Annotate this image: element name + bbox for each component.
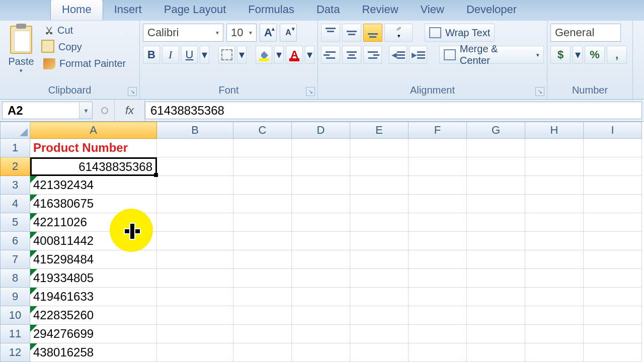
underline-button[interactable]: U <box>181 46 198 64</box>
cell[interactable] <box>233 250 292 269</box>
cell[interactable] <box>292 213 350 232</box>
cell[interactable] <box>233 343 292 362</box>
cell[interactable] <box>467 213 525 232</box>
cell[interactable] <box>157 157 233 176</box>
cell[interactable] <box>467 157 525 176</box>
cell[interactable] <box>525 176 584 195</box>
fill-color-button[interactable] <box>256 46 273 64</box>
comma-button[interactable]: , <box>607 46 627 64</box>
cell[interactable] <box>584 139 642 157</box>
formula-input[interactable]: 61438835368 <box>145 102 642 119</box>
col-header-a[interactable]: A <box>30 122 157 139</box>
cell[interactable] <box>409 269 467 288</box>
cell[interactable] <box>525 157 584 176</box>
cell[interactable] <box>409 306 467 325</box>
cell[interactable] <box>157 232 233 250</box>
row-header[interactable]: 7 <box>0 250 30 269</box>
cell[interactable] <box>157 213 233 232</box>
cut-button[interactable]: Cut <box>41 24 128 37</box>
cell[interactable] <box>409 343 467 362</box>
cell[interactable] <box>350 232 409 250</box>
cell[interactable]: Product Number <box>30 139 157 157</box>
cell[interactable] <box>157 306 233 325</box>
cell[interactable]: 422835260 <box>30 306 157 325</box>
cell[interactable]: 419334805 <box>30 269 157 288</box>
tab-page-layout[interactable]: Page Layout <box>153 0 237 20</box>
paste-button[interactable]: Paste ▾ <box>3 24 39 76</box>
cell[interactable] <box>350 139 409 157</box>
cell[interactable] <box>467 269 525 288</box>
cell[interactable] <box>525 213 584 232</box>
cell[interactable] <box>584 343 642 362</box>
font-size-select[interactable]: 10 ▾ <box>226 24 257 42</box>
cell[interactable] <box>157 195 233 213</box>
chevron-down-icon[interactable]: ▾ <box>20 67 23 74</box>
cell[interactable]: 421392434 <box>30 176 157 195</box>
cell[interactable]: 61438835368 <box>30 157 157 176</box>
col-header-h[interactable]: H <box>525 122 584 139</box>
select-all-corner[interactable] <box>0 122 30 139</box>
number-format-select[interactable]: General <box>550 24 621 42</box>
row-header[interactable]: 10 <box>0 306 30 325</box>
cell[interactable] <box>467 288 525 306</box>
cell[interactable] <box>584 325 642 343</box>
col-header-f[interactable]: F <box>409 122 467 139</box>
row-header[interactable]: 5 <box>0 213 30 232</box>
chevron-down-icon[interactable]: ▾ <box>305 46 314 64</box>
cell[interactable] <box>467 250 525 269</box>
cell[interactable] <box>350 157 409 176</box>
cell[interactable] <box>409 195 467 213</box>
cell[interactable] <box>350 343 409 362</box>
cell[interactable]: 294276699 <box>30 325 157 343</box>
align-right-button[interactable] <box>363 46 382 64</box>
cell[interactable] <box>584 288 642 306</box>
cell[interactable] <box>233 157 292 176</box>
cell[interactable] <box>467 139 525 157</box>
align-bottom-button[interactable] <box>363 24 382 42</box>
cell[interactable] <box>233 288 292 306</box>
tab-insert[interactable]: Insert <box>103 0 153 20</box>
row-header[interactable]: 9 <box>0 288 30 306</box>
cell[interactable] <box>292 269 350 288</box>
cell[interactable] <box>409 213 467 232</box>
col-header-g[interactable]: G <box>467 122 525 139</box>
name-box[interactable]: A2 ▾ <box>2 102 93 119</box>
chevron-down-icon[interactable]: ▾ <box>573 46 583 64</box>
grow-font-button[interactable]: A▴ <box>260 24 277 42</box>
cell[interactable] <box>467 325 525 343</box>
cell[interactable] <box>292 325 350 343</box>
tab-formulas[interactable]: Formulas <box>237 0 305 20</box>
border-button[interactable] <box>218 46 235 64</box>
cell[interactable] <box>525 343 584 362</box>
cell[interactable]: 415298484 <box>30 250 157 269</box>
cell[interactable] <box>350 213 409 232</box>
cell[interactable] <box>157 325 233 343</box>
cell[interactable] <box>157 288 233 306</box>
clipboard-launcher-icon[interactable]: ↘ <box>128 87 137 96</box>
cell[interactable] <box>157 250 233 269</box>
cell[interactable] <box>525 306 584 325</box>
cell[interactable] <box>584 176 642 195</box>
cell[interactable] <box>409 325 467 343</box>
align-top-button[interactable] <box>321 24 340 42</box>
tab-review[interactable]: Review <box>351 0 409 20</box>
row-header[interactable]: 1 <box>0 139 30 157</box>
increase-indent-button[interactable]: ▶ <box>409 46 427 64</box>
col-header-i[interactable]: I <box>584 122 642 139</box>
cell[interactable] <box>409 139 467 157</box>
cell[interactable] <box>157 343 233 362</box>
cell[interactable] <box>292 176 350 195</box>
tab-home[interactable]: Home <box>50 0 103 20</box>
cell[interactable] <box>292 306 350 325</box>
chevron-down-icon[interactable]: ▾ <box>237 46 247 64</box>
cell[interactable] <box>292 232 350 250</box>
font-color-button[interactable]: A <box>286 46 303 64</box>
cell[interactable] <box>467 306 525 325</box>
cell[interactable] <box>525 139 584 157</box>
cell[interactable] <box>157 139 233 157</box>
cell[interactable] <box>409 176 467 195</box>
italic-button[interactable]: I <box>162 46 179 64</box>
format-painter-button[interactable]: Format Painter <box>41 57 128 70</box>
cell[interactable] <box>292 139 350 157</box>
cell[interactable] <box>525 325 584 343</box>
